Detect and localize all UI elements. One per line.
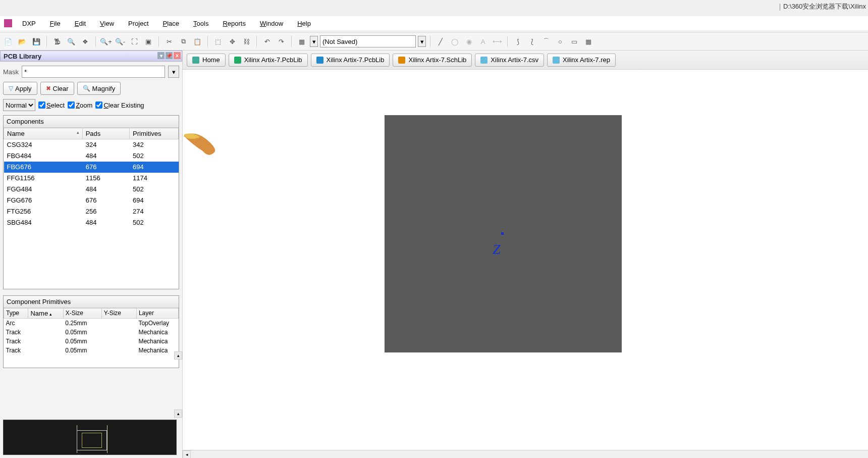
apply-button[interactable]: ▽Apply — [3, 82, 37, 95]
col-primitives[interactable]: Primitives — [130, 128, 179, 139]
open-icon[interactable]: 📂 — [16, 35, 28, 47]
document-tab[interactable]: Xilinx Artix-7.rep — [547, 54, 616, 67]
menu-tools[interactable]: Tools — [186, 18, 215, 29]
table-row[interactable]: Track0.05mmMechanica — [4, 337, 179, 346]
text-icon[interactable]: A — [477, 35, 489, 47]
table-row[interactable]: FBG676676694 — [4, 162, 179, 173]
separator — [95, 36, 96, 47]
dimension-icon[interactable]: ⟷ — [491, 35, 503, 47]
document-tab[interactable]: Xilinx Artix-7.SchLib — [393, 54, 472, 67]
view-config-select[interactable] — [320, 35, 416, 47]
copy-icon[interactable]: ⧉ — [177, 35, 189, 47]
scroll-left-icon[interactable]: ◂ — [183, 450, 191, 458]
menu-file[interactable]: File — [43, 18, 68, 29]
components-table-container: Components Name▴ Pads Primitives CSG3243… — [3, 115, 179, 289]
doc-tab-icon — [398, 57, 405, 64]
arc3-icon[interactable]: ⌒ — [540, 35, 552, 47]
col-pads[interactable]: Pads — [82, 128, 129, 139]
menu-place[interactable]: Place — [156, 18, 187, 29]
document-tab[interactable]: Xilinx Artix-7.csv — [475, 54, 544, 67]
primitives-scroll[interactable]: ▴ — [174, 351, 182, 360]
menu-window[interactable]: Window — [253, 18, 290, 29]
panel-pin-icon[interactable]: 📌 — [166, 52, 173, 59]
table-row[interactable]: FFG115611561174 — [4, 173, 179, 184]
panel-close-icon[interactable]: × — [174, 52, 181, 59]
zoom-in-icon[interactable]: 🔍+ — [100, 35, 112, 47]
document-tab[interactable]: Xilinx Artix-7.PcbLib — [311, 54, 390, 67]
origin-marker — [501, 232, 504, 235]
preview-scroll[interactable]: ▴ — [174, 410, 182, 418]
select-icon[interactable]: ⬚ — [212, 35, 224, 47]
menu-project[interactable]: Project — [121, 18, 155, 29]
line-icon[interactable]: ╱ — [435, 35, 447, 47]
primitives-header: Component Primitives — [4, 296, 179, 308]
arc1-icon[interactable]: ⟆ — [512, 35, 524, 47]
clear-button[interactable]: ✖Clear — [40, 82, 74, 95]
table-row[interactable]: SBG484484502 — [4, 217, 179, 228]
zoom-out-icon[interactable]: 🔍- — [114, 35, 126, 47]
table-row[interactable]: FBG484484502 — [4, 150, 179, 162]
pcol-type[interactable]: Type — [4, 308, 28, 318]
grid-dropdown[interactable]: ▾ — [310, 36, 318, 47]
mask-dropdown-button[interactable]: ▾ — [168, 66, 179, 78]
full-circle-icon[interactable]: ○ — [554, 35, 566, 47]
col-name[interactable]: Name▴ — [4, 128, 83, 139]
primitives-table[interactable]: Type Name ▴ X-Size Y-Size Layer Arc0.25m… — [4, 308, 179, 355]
table-row[interactable]: Arc0.25mmTopOverlay — [4, 318, 179, 328]
zoom-fit-icon[interactable]: ⛶ — [128, 35, 140, 47]
table-row[interactable]: FGG484484502 — [4, 184, 179, 195]
scroll-up-icon[interactable]: ▴ — [174, 410, 182, 418]
pad-icon[interactable]: ◉ — [463, 35, 475, 47]
zoom-area-icon[interactable]: ▣ — [142, 35, 154, 47]
clear-existing-checkbox[interactable]: Clear Existing — [95, 101, 144, 109]
table-row[interactable]: CSG324324342 — [4, 139, 179, 150]
table-row[interactable]: Track0.05mmMechanica — [4, 346, 179, 355]
menu-dxp[interactable]: DXP — [15, 18, 43, 29]
menu-view[interactable]: View — [93, 18, 121, 29]
cut-icon[interactable]: ✂ — [163, 35, 175, 47]
layers-icon[interactable]: ❖ — [79, 35, 91, 47]
new-doc-icon[interactable]: 📄 — [2, 35, 14, 47]
mask-row: Mask ▾ — [0, 62, 182, 82]
horizontal-scrollbar[interactable]: ◂ — [183, 450, 868, 458]
preview-icon[interactable]: 🔍 — [65, 35, 77, 47]
mode-select[interactable]: Normal — [3, 99, 35, 111]
pcb-canvas[interactable]: Z ◂ — [183, 70, 868, 458]
components-table[interactable]: Name▴ Pads Primitives CSG324324342FBG484… — [4, 128, 179, 228]
table-row[interactable]: FGG676676694 — [4, 195, 179, 206]
magnify-button[interactable]: 🔍Magnify — [77, 82, 121, 95]
view-config-dropdown[interactable]: ▾ — [418, 36, 426, 47]
panel-menu-icon[interactable]: ▾ — [157, 52, 165, 59]
document-tabs: HomeXilinx Artix-7.PcbLibXilinx Artix-7.… — [183, 50, 868, 70]
funnel-icon: ▽ — [9, 85, 13, 92]
array-icon[interactable]: ▦ — [582, 35, 594, 47]
menu-edit[interactable]: Edit — [68, 18, 93, 29]
pcol-name[interactable]: Name ▴ — [28, 308, 63, 318]
pcol-layer[interactable]: Layer — [136, 308, 178, 318]
pcol-ysize[interactable]: Y-Size — [101, 308, 136, 318]
zoom-checkbox[interactable]: Zoom — [68, 101, 92, 109]
mask-input[interactable] — [22, 66, 165, 78]
document-tab[interactable]: Xilinx Artix-7.PcbLib — [229, 54, 308, 67]
save-icon[interactable]: 💾 — [30, 35, 42, 47]
menu-help[interactable]: Help — [290, 18, 318, 29]
scroll-up-icon[interactable]: ▴ — [174, 351, 182, 360]
print-icon[interactable]: 🗜 — [51, 35, 63, 47]
rect-icon[interactable]: ▭ — [568, 35, 580, 47]
panel-title-bar[interactable]: PCB Library ▾ 📌 × — [0, 50, 182, 62]
select-checkbox[interactable]: Select — [38, 101, 65, 109]
grid-icon[interactable]: ▦ — [296, 35, 308, 47]
table-row[interactable]: FTG256256274 — [4, 206, 179, 217]
arc2-icon[interactable]: ⟅ — [526, 35, 538, 47]
move-icon[interactable]: ✥ — [226, 35, 238, 47]
redo-icon[interactable]: ↷ — [275, 35, 287, 47]
document-tab[interactable]: Home — [187, 54, 226, 67]
component-mini-preview[interactable] — [3, 420, 177, 455]
paste-icon[interactable]: 📋 — [191, 35, 203, 47]
pcol-xsize[interactable]: X-Size — [63, 308, 101, 318]
snap-icon[interactable]: ⛓ — [240, 35, 252, 47]
menu-reports[interactable]: Reports — [215, 18, 253, 29]
table-row[interactable]: Track0.05mmMechanica — [4, 328, 179, 337]
circle-icon[interactable]: ◯ — [449, 35, 461, 47]
undo-icon[interactable]: ↶ — [261, 35, 273, 47]
